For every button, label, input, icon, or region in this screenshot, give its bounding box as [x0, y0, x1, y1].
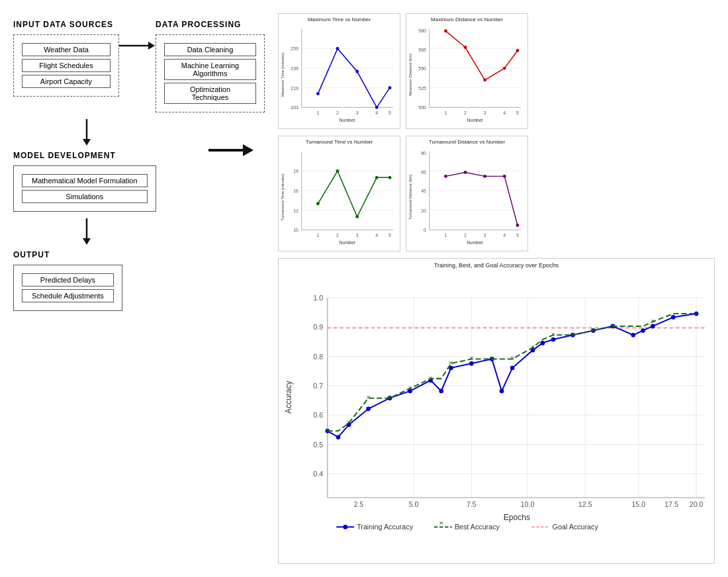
svg-text:Best Accuracy: Best Accuracy	[455, 523, 500, 531]
chart-max-dist-title: Maximum Distance vs Number	[406, 17, 527, 22]
svg-point-146	[631, 333, 635, 337]
model-box: Mathematical Model Formulation Simulatio…	[13, 165, 156, 212]
svg-text:Number: Number	[340, 118, 356, 122]
svg-point-92	[503, 175, 506, 178]
svg-text:×: ×	[551, 330, 555, 338]
svg-point-26	[355, 70, 359, 73]
output-item-1: Schedule Adjustments	[22, 289, 114, 302]
output-item-0: Predicted Delays	[22, 273, 114, 287]
model-item-0: Mathematical Model Formulation	[22, 174, 148, 187]
svg-text:65: 65	[421, 170, 426, 175]
svg-text:Epochs: Epochs	[504, 513, 530, 522]
svg-text:10.0: 10.0	[521, 500, 535, 508]
svg-text:Turnaround Time (minutes): Turnaround Time (minutes)	[281, 173, 285, 220]
svg-point-68	[336, 169, 340, 173]
chart-turn-time: Turnaround Time vs Number 19 16 13 10 1 …	[278, 136, 400, 251]
svg-text:580: 580	[418, 28, 426, 33]
svg-text:1: 1	[316, 111, 319, 115]
svg-text:0.9: 0.9	[313, 323, 323, 331]
chart-turn-time-svg: 19 16 13 10 1 2 3 4 5 Number Turnaround …	[279, 145, 400, 246]
svg-text:10: 10	[293, 228, 298, 232]
main-container: INPUT DATA SOURCES Weather Data Flight S…	[0, 0, 728, 577]
svg-point-27	[375, 106, 379, 109]
svg-point-25	[336, 47, 340, 50]
svg-text:80: 80	[421, 151, 426, 155]
chart-max-dist: Maximum Distance vs Number 580 565 550 5…	[406, 13, 528, 129]
chart-turn-dist-svg: 80 65 45 20 0 1 2 3 4 5 Number Turnaroun…	[406, 145, 527, 246]
right-panel: Maximum Time vs Number 259 239 219 203 1	[265, 13, 715, 564]
model-item-1: Simulations	[22, 190, 148, 203]
output-section: OUTPUT Predicted Delays Schedule Adjustm…	[13, 250, 265, 311]
svg-point-50	[516, 49, 520, 52]
big-arrow-container	[208, 139, 255, 165]
svg-text:×: ×	[326, 426, 330, 434]
input-sources-group: INPUT DATA SOURCES Weather Data Flight S…	[13, 20, 119, 97]
chart-accuracy-title: Training, Best, and Goal Accuracy over E…	[279, 262, 714, 269]
output-box: Predicted Delays Schedule Adjustments	[13, 265, 122, 311]
svg-text:Maximum Distance (km): Maximum Distance (km)	[408, 54, 412, 96]
svg-text:5: 5	[388, 233, 391, 238]
svg-text:×: ×	[651, 317, 655, 325]
input-processing-section: INPUT DATA SOURCES Weather Data Flight S…	[13, 20, 265, 112]
svg-text:4: 4	[503, 111, 506, 115]
processing-dashed-box: Data Cleaning Machine Learning Algorithm…	[156, 34, 265, 112]
svg-point-169	[343, 525, 347, 529]
svg-text:0.6: 0.6	[313, 411, 323, 419]
svg-point-141	[540, 341, 545, 345]
svg-text:203: 203	[291, 105, 298, 110]
svg-point-138	[500, 389, 504, 394]
svg-text:×: ×	[694, 309, 698, 317]
svg-text:5: 5	[516, 111, 519, 115]
svg-text:1: 1	[316, 233, 319, 238]
svg-point-46	[444, 29, 447, 32]
processing-group: DATA PROCESSING Data Cleaning Machine Le…	[156, 20, 265, 112]
svg-text:×: ×	[591, 326, 595, 333]
svg-text:525: 525	[418, 86, 426, 91]
charts-second-row: Turnaround Time vs Number 19 16 13 10 1 …	[278, 136, 715, 251]
svg-text:239: 239	[291, 66, 298, 71]
svg-text:0.7: 0.7	[313, 382, 323, 390]
svg-point-47	[464, 46, 467, 49]
horizontal-arrow	[119, 38, 156, 53]
svg-text:Training Accuracy: Training Accuracy	[357, 523, 414, 531]
svg-point-49	[503, 67, 506, 70]
processing-item-1: Machine Learning Algorithms	[164, 59, 256, 80]
svg-text:5: 5	[388, 111, 391, 115]
svg-text:17.5: 17.5	[664, 500, 678, 508]
svg-text:5: 5	[516, 233, 519, 238]
chart-turn-dist-title: Turnaround Distance vs Number	[406, 139, 527, 145]
svg-point-28	[388, 86, 392, 89]
svg-point-24	[316, 92, 320, 95]
svg-point-91	[483, 175, 486, 178]
arrow-vert-icon-2	[79, 218, 94, 247]
svg-text:Maximum Time (minutes): Maximum Time (minutes)	[281, 53, 285, 97]
left-panel: INPUT DATA SOURCES Weather Data Flight S…	[13, 13, 265, 564]
svg-text:20: 20	[421, 208, 426, 213]
svg-text:7.5: 7.5	[467, 500, 477, 508]
svg-text:×: ×	[428, 374, 432, 382]
svg-text:2.5: 2.5	[353, 500, 363, 508]
input-item-1: Flight Schedules	[22, 59, 111, 72]
svg-text:219: 219	[291, 86, 298, 91]
svg-point-130	[366, 406, 371, 411]
svg-point-90	[464, 171, 467, 174]
svg-text:×: ×	[531, 343, 535, 351]
svg-point-71	[388, 176, 392, 179]
big-arrow-icon	[208, 139, 255, 162]
svg-point-48	[483, 78, 486, 81]
svg-text:15.0: 15.0	[631, 500, 645, 508]
svg-point-69	[355, 215, 359, 218]
svg-point-128	[336, 435, 341, 439]
chart-accuracy: Training, Best, and Goal Accuracy over E…	[278, 258, 715, 564]
svg-text:12.5: 12.5	[578, 500, 592, 508]
svg-text:×: ×	[449, 359, 453, 367]
svg-text:0.5: 0.5	[313, 441, 323, 449]
arrow-vert-icon-1	[79, 119, 94, 148]
input-title: INPUT DATA SOURCES	[13, 20, 119, 29]
arrow-down-2	[79, 218, 265, 247]
svg-text:13: 13	[293, 208, 298, 213]
svg-text:×: ×	[510, 354, 514, 362]
svg-text:×: ×	[611, 322, 615, 330]
svg-text:×: ×	[388, 393, 392, 401]
input-item-0: Weather Data	[22, 43, 111, 56]
